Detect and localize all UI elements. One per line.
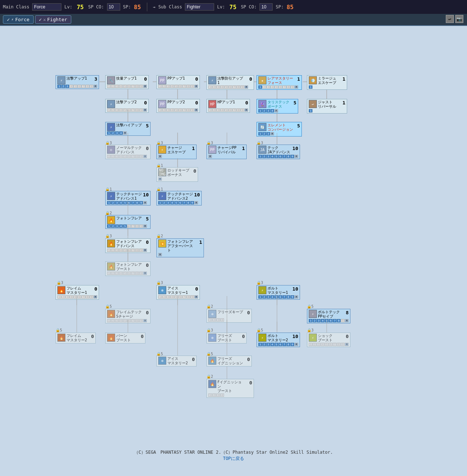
skill-rod-keep-bonus[interactable]: NOIMG ロッドキープボーナス 0 M bbox=[156, 167, 198, 182]
skill-ice-mastery2[interactable]: ❄ アイスマスタリー2 0 bbox=[156, 356, 197, 366]
skill-name-mirage: ミラージュエスケープ bbox=[318, 76, 338, 85]
lock-label-bot-3c: 🔒3 bbox=[257, 281, 263, 285]
skill-hougeки-up1[interactable]: ⚡ 法撃アップ1 3 123 456789M bbox=[56, 75, 99, 89]
skill-icon-giryou1: 🔧 bbox=[107, 76, 115, 84]
skill-level-techchargeadv2: 10 bbox=[194, 192, 200, 197]
skill-icon-flamemastery2: 🔥 bbox=[57, 334, 65, 342]
sub-class-label: Sub Class bbox=[158, 4, 182, 9]
skill-level-pp1: 0 bbox=[192, 76, 198, 82]
skill-name-hp1: HPアップ1 bbox=[217, 100, 241, 104]
skill-level-flamemastery2: 0 bbox=[88, 334, 94, 339]
skill-level-rodkeep: 0 bbox=[190, 168, 196, 174]
skill-level-hougeki2: 0 bbox=[141, 100, 147, 105]
skill-level-techchargeadv1: 10 bbox=[143, 192, 149, 197]
skill-flame-mastery2[interactable]: 🔥 フレイムマスタリー2 0 bbox=[56, 333, 96, 343]
skill-freeze-keep[interactable]: ❄ フリーズキープ 0 1234 bbox=[206, 309, 252, 323]
skill-pp-up2[interactable]: PP PPアップ2 0 123456789M bbox=[156, 99, 200, 113]
skill-level-chargeescape: 1 bbox=[189, 146, 195, 151]
skill-freeze-ignition[interactable]: 🔥 フリーズイグニッション 0 bbox=[206, 356, 252, 366]
skill-icon-flametechsc: 🔥 bbox=[107, 310, 115, 318]
skill-level-justreversal: 1 bbox=[339, 100, 345, 105]
skill-level-freezekeep: 0 bbox=[244, 310, 250, 315]
skill-icon-photonflareafter: 💥 bbox=[158, 239, 166, 247]
skill-photon-flare-adv[interactable]: 🔥 フォトンフレアアドバンス 0 123456789M bbox=[105, 238, 151, 253]
fighter-tab-icon: ✓ bbox=[39, 17, 42, 22]
skill-photon-flare[interactable]: 🔥 フォトンフレア 5 123456789M bbox=[105, 215, 151, 229]
skill-element-conversion[interactable]: 🔄 エレメントコンバージョン 5 123M bbox=[257, 122, 302, 137]
skill-freeze-boost[interactable]: ❄ フリーズブースト 0 bbox=[206, 333, 247, 343]
skill-name-raremastery: レアマスタリーフォース bbox=[267, 76, 293, 85]
skill-level-chargepprevival: 1 bbox=[239, 146, 245, 151]
skill-name-hougekiboin1: 法撃防引アップ1 bbox=[217, 76, 245, 85]
skill-hp-up1[interactable]: HP HPアップ1 0 123456789M bbox=[206, 99, 250, 113]
main-spco-label: SP CO: bbox=[88, 4, 104, 9]
back-icon[interactable]: ↩ bbox=[446, 15, 454, 23]
skill-level-freezeboost: 0 bbox=[239, 334, 245, 339]
skill-name-elementconv: エレメントコンバージョン bbox=[267, 123, 293, 132]
tab-force[interactable]: ✓ ⚡ Force bbox=[3, 15, 34, 24]
skill-photon-flare-after[interactable]: 💥 フォトンフレアアフターバースト 1 M bbox=[156, 238, 204, 257]
skill-tech-ja-adv[interactable]: JA テックJAアドバンス 10 123456789M bbox=[257, 145, 300, 159]
sub-spco-input[interactable] bbox=[259, 3, 273, 11]
skill-level-raremastery: 1 bbox=[294, 76, 300, 82]
skill-level-taliste: 5 bbox=[291, 100, 296, 105]
skill-just-reversal[interactable]: ↩ ジャストリバーサル 1 1 bbox=[307, 99, 347, 114]
skill-level-normaltechadv: 0 bbox=[143, 146, 149, 151]
force-tab-icon2: ⚡ bbox=[11, 17, 14, 22]
skill-name-freezekeep: フリーズキープ bbox=[217, 310, 243, 314]
top-bar: Main Class Lv: 75 SP CO: SP: 85 ⇒ Sub Cl… bbox=[0, 0, 467, 14]
skill-bolt-tech-pp-save[interactable]: ⚡ ボルトテックPPセイブ 8 123456789M bbox=[307, 309, 350, 323]
skill-burn-boost[interactable]: 🔥 バーンブースト 0 bbox=[105, 333, 145, 343]
skill-pp-up1[interactable]: PP PPアップ1 0 123456789M bbox=[156, 75, 200, 89]
skill-tech-charge-adv1[interactable]: ⚡ テックチャージアドバンス1 10 123456789M bbox=[105, 191, 151, 206]
skill-icon-pp2: PP bbox=[158, 100, 166, 108]
skill-charge-escape[interactable]: ⚡ チャージエスケープ 1 M bbox=[156, 145, 197, 159]
skill-level-freezeignition: 0 bbox=[244, 357, 250, 362]
skill-level-shockboost: 0 bbox=[343, 334, 349, 339]
skill-icon-flamemastery1: 🔥 bbox=[57, 286, 65, 294]
skill-charge-pp-revival[interactable]: PP チャージPPリバイバル 1 M bbox=[206, 145, 247, 159]
force-tab-label: Force bbox=[15, 17, 29, 22]
skill-level-hougeki1: 3 bbox=[91, 76, 97, 82]
skill-taliste-bonus[interactable]: 🔮 タリステックボーナス 5 1234M bbox=[257, 99, 298, 114]
skill-name-justreversal: ジャストリバーサル bbox=[318, 100, 338, 109]
camera-icon[interactable]: 📷 bbox=[455, 15, 463, 23]
skill-level-giryou1: 0 bbox=[141, 76, 147, 82]
skill-hougeki-high[interactable]: ⚡ 法撃ハイアップ 5 1234M bbox=[105, 122, 151, 136]
skill-name-boltmastery2: ボルトマスタリー2 bbox=[267, 334, 291, 342]
skill-level-icemastery1: 0 bbox=[192, 286, 198, 292]
skill-shock-boost[interactable]: ⚡ ショックブースト 0 123456789M bbox=[307, 333, 350, 347]
skill-icon-photonflare: 🔥 bbox=[107, 216, 115, 224]
lock-label-5c: 🔒5 bbox=[56, 328, 62, 332]
skill-name-photonflareafter: フォトンフレアアフターバースト bbox=[167, 239, 195, 253]
lock-label-2b: 🔒2 bbox=[156, 234, 163, 238]
main-spco-input[interactable] bbox=[107, 3, 120, 11]
skill-tech-charge-adv2[interactable]: ⚡ テックチャージアドバンス2 10 123456789M bbox=[156, 191, 202, 206]
skill-photon-flare-boost[interactable]: 🔥 フォトンフレアブースト 0 123456789M bbox=[105, 261, 151, 276]
lock-label-bot-3g: 🔒3 bbox=[307, 328, 314, 332]
main-class-input[interactable] bbox=[32, 3, 61, 11]
skill-name-boltmastery1: ボルトマスタリー1 bbox=[267, 286, 291, 295]
skill-icon-photonflareadv: 🔥 bbox=[107, 239, 115, 247]
skill-normal-tech-adv[interactable]: ⊙ ノーマルテックアドバンス 0 123456789M bbox=[105, 145, 151, 159]
skill-flame-tech-scharge[interactable]: 🔥 フレイムテックSチャージ 0 123456789M bbox=[105, 309, 151, 323]
skill-level-boltmastery1: 10 bbox=[292, 286, 298, 292]
skill-ice-mastery1[interactable]: ❄ アイスマスタリー1 0 123456789M bbox=[156, 285, 200, 300]
skill-bolt-mastery1[interactable]: ⚡ ボルトマスタリー1 10 123456789M bbox=[257, 285, 300, 300]
fighter-tab-label: Fighter bbox=[47, 17, 67, 22]
skill-giryou-up1[interactable]: 🔧 技量アップ1 0 123456789M bbox=[105, 75, 149, 89]
skill-hougeki-up2[interactable]: ⚡ 法撃アップ2 0 123456789M bbox=[105, 99, 149, 113]
tab-fighter[interactable]: ✓ ⚔ Fighter bbox=[35, 15, 71, 24]
skill-hougeki-boin1[interactable]: ⚡ 法撃防引アップ1 0 123456789M bbox=[206, 75, 254, 90]
main-sp-label: SP: bbox=[123, 4, 131, 9]
skill-icon-mirage: 💨 bbox=[309, 76, 317, 84]
skill-rare-mastery[interactable]: ★ レアマスタリーフォース 1 123456789M bbox=[257, 75, 302, 90]
lock-label-3e: 🔒3 bbox=[105, 234, 112, 238]
skill-flame-mastery1[interactable]: 🔥 フレイムマスタリー1 0 123456789M bbox=[56, 285, 99, 300]
skill-mirage-escape[interactable]: 💨 ミラージュエスケープ 1 1 bbox=[307, 75, 347, 90]
skill-f-ignition-boost[interactable]: 🔥 Fイグニッションブースト 0 1234 bbox=[206, 379, 254, 398]
skill-name-icemastery1: アイスマスタリー1 bbox=[167, 286, 191, 295]
skill-bolt-mastery2[interactable]: ⚡ ボルトマスタリー2 10 123456789M bbox=[257, 333, 300, 347]
footer-back-link[interactable]: TOPに戻る bbox=[223, 456, 244, 461]
sub-class-input[interactable] bbox=[185, 3, 214, 11]
